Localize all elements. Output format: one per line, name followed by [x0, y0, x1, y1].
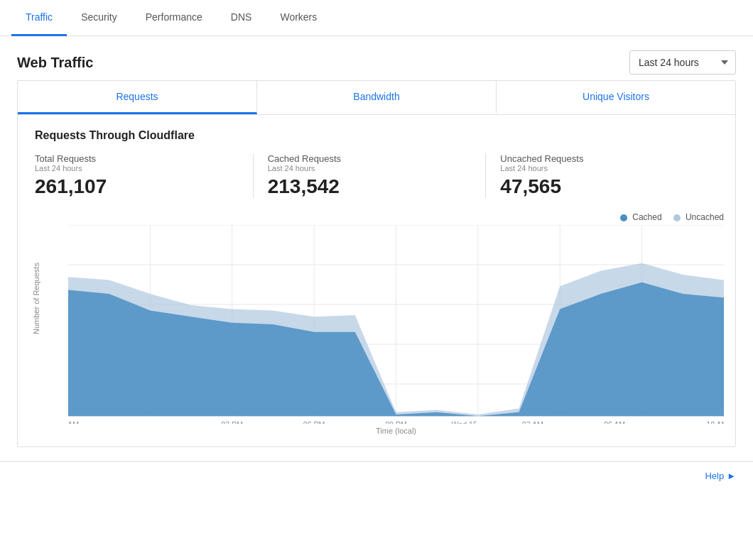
stat-value: 261,107	[35, 175, 239, 198]
section-title: Requests Through Cloudflare	[35, 129, 718, 142]
svg-text:03 PM: 03 PM	[221, 420, 243, 424]
page-title: Web Traffic	[17, 55, 93, 71]
x-axis-label: Time (local)	[68, 427, 724, 435]
y-axis-label: Number of Requests	[32, 263, 40, 334]
uncached-dot	[673, 214, 681, 221]
traffic-card: RequestsBandwidthUnique Visitors Request…	[17, 80, 736, 447]
sub-tab-requests[interactable]: Requests	[18, 81, 257, 114]
chart-container: 0 5k 10k 15k 20k 24.43k 11 AM 03 PM	[68, 225, 724, 424]
stat-value: 47,565	[500, 175, 704, 198]
time-range-dropdown[interactable]: Last 24 hoursLast 7 daysLast 30 days	[629, 50, 736, 75]
stats-section: Requests Through Cloudflare Total Reques…	[18, 115, 735, 198]
chart-svg: 0 5k 10k 15k 20k 24.43k 11 AM 03 PM	[68, 225, 724, 424]
main-content: Web Traffic Last 24 hoursLast 7 daysLast…	[0, 36, 753, 461]
chart-legend: Cached Uncached	[29, 212, 724, 222]
footer: Help ►	[0, 461, 753, 490]
stat-box-cached-requests: Cached Requests Last 24 hours 213,542	[268, 153, 487, 198]
svg-text:06 AM: 06 AM	[604, 420, 625, 424]
stat-sublabel: Last 24 hours	[500, 164, 704, 172]
stat-label: Uncached Requests	[500, 153, 704, 164]
top-nav-item-performance[interactable]: Performance	[131, 0, 217, 36]
top-nav-item-security[interactable]: Security	[67, 0, 131, 36]
cached-legend: Cached	[620, 212, 662, 222]
stat-sublabel: Last 24 hours	[268, 164, 472, 172]
stat-value: 213,542	[268, 175, 472, 198]
top-navigation: TrafficSecurityPerformanceDNSWorkers	[0, 0, 753, 36]
chart-wrapper: Number of Requests	[29, 225, 724, 435]
stat-sublabel: Last 24 hours	[35, 164, 239, 172]
header-row: Web Traffic Last 24 hoursLast 7 daysLast…	[17, 50, 736, 75]
stats-row: Total Requests Last 24 hours 261,107 Cac…	[35, 153, 718, 198]
top-nav-item-dns[interactable]: DNS	[217, 0, 266, 36]
sub-tab-bandwidth[interactable]: Bandwidth	[257, 81, 497, 114]
sub-tabs: RequestsBandwidthUnique Visitors	[18, 81, 735, 115]
help-label: Help	[705, 471, 724, 481]
stat-box-total-requests: Total Requests Last 24 hours 261,107	[35, 153, 254, 198]
uncached-legend: Uncached	[673, 212, 724, 222]
help-arrow-icon: ►	[727, 471, 736, 481]
sub-tab-unique-visitors[interactable]: Unique Visitors	[497, 81, 735, 114]
chart-area: Cached Uncached Number of Requests	[18, 212, 735, 446]
uncached-label: Uncached	[686, 212, 724, 222]
stat-label: Cached Requests	[268, 153, 472, 164]
svg-text:06 PM: 06 PM	[303, 420, 325, 424]
top-nav-item-traffic[interactable]: Traffic	[11, 0, 67, 36]
svg-text:09 PM: 09 PM	[385, 420, 407, 424]
stat-box-uncached-requests: Uncached Requests Last 24 hours 47,565	[500, 153, 718, 198]
cached-label: Cached	[632, 212, 661, 222]
svg-text:Wed 15: Wed 15	[452, 420, 477, 424]
top-nav-item-workers[interactable]: Workers	[266, 0, 331, 36]
svg-text:03 AM: 03 AM	[522, 420, 543, 424]
cached-dot	[620, 214, 627, 221]
svg-text:10 AM: 10 AM	[706, 420, 724, 424]
help-link[interactable]: Help ►	[705, 471, 736, 481]
svg-text:11 AM: 11 AM	[68, 420, 79, 424]
stat-label: Total Requests	[35, 153, 239, 164]
